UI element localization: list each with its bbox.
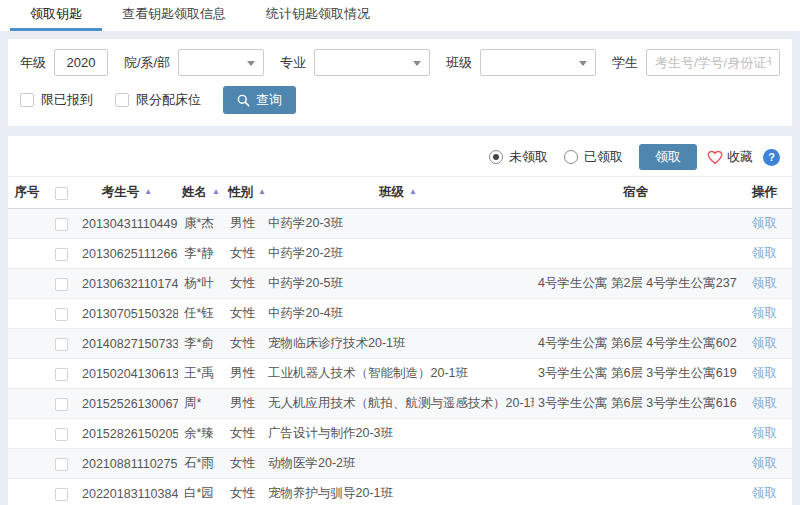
table-row: 20130625111266李*静女性中药学20-2班领取 (8, 239, 792, 269)
radio-claimed-label: 已领取 (584, 148, 623, 166)
class-cell: 工业机器人技术（智能制造）20-1班 (262, 359, 534, 389)
student-search-input[interactable] (646, 49, 780, 76)
tab-key-claim-statistics[interactable]: 统计钥匙领取情况 (246, 0, 390, 31)
row-checkbox-cell (46, 449, 76, 479)
claim-link[interactable]: 领取 (752, 306, 777, 320)
search-icon (237, 94, 250, 107)
action-cell: 领取 (737, 359, 792, 389)
checkbox-bed-assigned-box[interactable] (115, 93, 129, 107)
dorm-cell (534, 239, 737, 269)
help-icon[interactable]: ? (763, 149, 780, 166)
row-checkbox[interactable] (55, 218, 68, 231)
radio-unclaimed-circle[interactable] (489, 150, 503, 164)
major-select[interactable] (314, 49, 430, 76)
row-checkbox[interactable] (55, 398, 68, 411)
row-checkbox-cell (46, 359, 76, 389)
name-cell: 石*雨 (178, 449, 224, 479)
row-checkbox[interactable] (55, 278, 68, 291)
radio-claimed-circle[interactable] (564, 150, 578, 164)
radio-unclaimed[interactable]: 未领取 (489, 148, 548, 166)
dorm-cell (534, 299, 737, 329)
exam-no-cell: 20150204130613 (76, 359, 178, 389)
class-cell: 宠物养护与驯导20-1班 (262, 479, 534, 505)
exam-no-cell: 20220183110384 (76, 479, 178, 505)
gender-cell: 男性 (224, 209, 262, 239)
row-checkbox[interactable] (55, 248, 68, 261)
claim-link[interactable]: 领取 (752, 486, 777, 500)
radio-claimed[interactable]: 已领取 (564, 148, 623, 166)
students-table: 序号 考生号▲ 姓名▲ 性别▲ 班级▲ 宿舍 操作 20130431110449… (8, 176, 792, 505)
tab-claim-keys[interactable]: 领取钥匙 (10, 0, 102, 31)
class-cell: 中药学20-2班 (262, 239, 534, 269)
name-cell: 李*静 (178, 239, 224, 269)
grade-input[interactable] (54, 49, 108, 76)
claim-link[interactable]: 领取 (752, 216, 777, 230)
class-cell: 动物医学20-2班 (262, 449, 534, 479)
row-index-cell (8, 419, 46, 449)
row-checkbox-cell (46, 419, 76, 449)
row-index-cell (8, 209, 46, 239)
filter-row-fields: 年级 院/系/部 专业 班级 学生 (20, 49, 780, 76)
action-cell: 领取 (737, 479, 792, 505)
header-gender[interactable]: 性别▲ (224, 177, 262, 209)
action-cell: 领取 (737, 449, 792, 479)
header-dorm: 宿舍 (534, 177, 737, 209)
header-exam-no[interactable]: 考生号▲ (76, 177, 178, 209)
sort-asc-icon: ▲ (409, 187, 417, 196)
exam-no-cell: 20210881110275 (76, 449, 178, 479)
row-checkbox-cell (46, 389, 76, 419)
gender-cell: 女性 (224, 269, 262, 299)
claim-link[interactable]: 领取 (752, 276, 777, 290)
tab-view-key-claim-info[interactable]: 查看钥匙领取信息 (102, 0, 246, 31)
row-index-cell (8, 389, 46, 419)
dorm-cell (534, 449, 737, 479)
exam-no-cell: 20130625111266 (76, 239, 178, 269)
gender-cell: 女性 (224, 479, 262, 505)
name-cell: 王*禹 (178, 359, 224, 389)
exam-no-cell: 20130431110449 (76, 209, 178, 239)
checkbox-bed-assigned-label: 限分配床位 (136, 91, 201, 109)
search-button-label: 查询 (256, 91, 282, 109)
header-name[interactable]: 姓名▲ (178, 177, 224, 209)
claim-link[interactable]: 领取 (752, 426, 777, 440)
table-header-row: 序号 考生号▲ 姓名▲ 性别▲ 班级▲ 宿舍 操作 (8, 177, 792, 209)
claim-link[interactable]: 领取 (752, 336, 777, 350)
action-cell: 领取 (737, 209, 792, 239)
exam-no-cell: 20140827150733 (76, 329, 178, 359)
claim-link[interactable]: 领取 (752, 246, 777, 260)
class-select[interactable] (480, 49, 596, 76)
header-class[interactable]: 班级▲ (262, 177, 534, 209)
row-index-cell (8, 239, 46, 269)
favorite-control[interactable]: 收藏 (707, 148, 753, 166)
row-checkbox[interactable] (55, 488, 68, 501)
row-checkbox[interactable] (55, 368, 68, 381)
exam-no-cell: 20130632110174 (76, 269, 178, 299)
row-checkbox[interactable] (55, 338, 68, 351)
department-select[interactable] (178, 49, 264, 76)
claim-button[interactable]: 领取 (639, 144, 697, 170)
row-checkbox-cell (46, 269, 76, 299)
class-cell: 中药学20-3班 (262, 209, 534, 239)
dorm-cell: 4号学生公寓 第6层 4号学生公寓602 (534, 329, 737, 359)
checkbox-reported-box[interactable] (20, 93, 34, 107)
checkbox-reported[interactable]: 限已报到 (20, 91, 93, 109)
row-index-cell (8, 449, 46, 479)
row-checkbox[interactable] (55, 458, 68, 471)
select-all-checkbox[interactable] (55, 187, 68, 200)
row-checkbox[interactable] (55, 308, 68, 321)
sort-asc-icon: ▲ (212, 187, 220, 196)
dorm-cell (534, 209, 737, 239)
claim-link[interactable]: 领取 (752, 366, 777, 380)
checkbox-bed-assigned[interactable]: 限分配床位 (115, 91, 201, 109)
row-checkbox[interactable] (55, 428, 68, 441)
exam-no-cell: 20130705150328 (76, 299, 178, 329)
class-cell: 中药学20-4班 (262, 299, 534, 329)
action-cell: 领取 (737, 299, 792, 329)
sort-asc-icon: ▲ (258, 187, 266, 196)
search-button[interactable]: 查询 (223, 86, 296, 114)
exam-no-cell: 20152526130067 (76, 389, 178, 419)
claim-link[interactable]: 领取 (752, 456, 777, 470)
claim-link[interactable]: 领取 (752, 396, 777, 410)
favorite-label: 收藏 (727, 148, 753, 166)
table-row: 20130431110449康*杰男性中药学20-3班领取 (8, 209, 792, 239)
